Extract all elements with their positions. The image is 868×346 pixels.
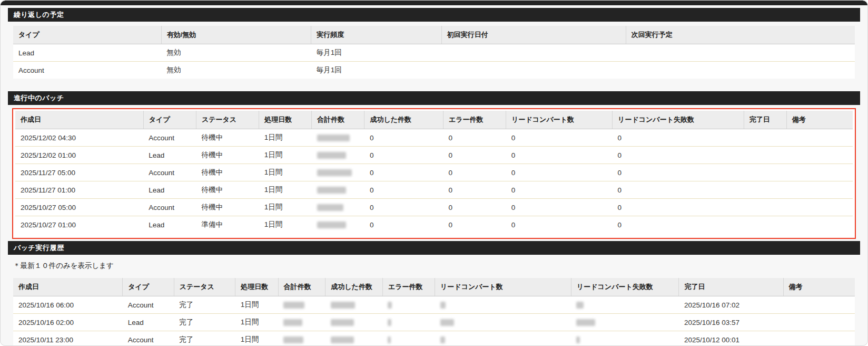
table-cell: 完了 <box>174 331 235 346</box>
table-row: 2025/11/27 01:00Lead待機中1日間0000 <box>15 181 853 199</box>
table-cell: 2025/12/02 04:30 <box>15 129 143 147</box>
table-cell: 1日間 <box>259 199 312 216</box>
redacted-value <box>331 319 354 326</box>
table-cell <box>786 199 853 216</box>
column-header: 備考 <box>783 278 855 296</box>
header-row: 作成日タイプステータス処理日数合計件数成功した件数エラー件数リードコンバート数リ… <box>13 278 855 296</box>
table-cell: 2025/10/16 02:00 <box>13 314 123 331</box>
table-cell <box>312 216 364 234</box>
redacted-value <box>331 302 355 309</box>
section-title-in-progress-batches: 進行中のバッチ <box>8 91 860 105</box>
table-cell: Lead <box>143 216 196 234</box>
table-cell: 2025/10/16 06:00 <box>13 296 123 314</box>
column-header: 備考 <box>786 111 853 129</box>
column-header: タイプ <box>143 111 196 129</box>
table-cell <box>571 314 679 331</box>
table-row: 2025/10/27 05:00Account待機中1日間0000 <box>15 199 853 216</box>
table-cell <box>441 62 626 79</box>
table-row: 2025/10/16 06:00Account完了1日間2025/10/16 0… <box>13 296 855 314</box>
column-header: 成功した件数 <box>364 111 443 129</box>
redacted-value <box>440 302 446 309</box>
table-cell: 0 <box>613 199 744 216</box>
table-cell: 待機中 <box>196 181 259 199</box>
table-cell <box>783 296 855 314</box>
table-cell: 1日間 <box>259 129 312 147</box>
redacted-value <box>331 337 354 343</box>
column-header: タイプ <box>123 278 174 296</box>
table-cell: Account <box>143 164 196 181</box>
table-cell: 待機中 <box>196 129 259 147</box>
redacted-value <box>388 319 391 326</box>
redacted-value <box>576 319 595 326</box>
column-header: 次回実行予定 <box>626 26 855 44</box>
column-header: 処理日数 <box>259 111 312 129</box>
table-cell: Lead <box>123 314 174 331</box>
column-header: 作成日 <box>13 278 123 296</box>
table-cell: 0 <box>506 147 613 164</box>
table-cell <box>626 44 855 62</box>
table-cell: 0 <box>364 199 443 216</box>
table-row: 2025/11/27 05:00Account待機中1日間0000 <box>15 164 853 181</box>
redacted-value <box>388 337 391 343</box>
table-cell: 2025/12/02 01:00 <box>15 147 143 164</box>
column-header: 合計件数 <box>312 111 364 129</box>
redacted-value <box>317 169 352 176</box>
column-header: 完了日 <box>744 111 786 129</box>
section-batch-history: バッチ実行履歴 ＊最新１０件のみを表示します 作成日タイプステータス処理日数合計… <box>8 241 860 346</box>
table-cell <box>783 331 855 346</box>
table-row: 2025/12/02 01:00Lead待機中1日間0000 <box>15 147 853 164</box>
table-cell <box>312 164 364 181</box>
table-cell: Account <box>123 331 174 346</box>
table-cell: 2025/10/11 23:00 <box>13 331 123 346</box>
table-cell: 2025/10/12 00:01 <box>679 331 783 346</box>
table-cell: 0 <box>364 181 443 199</box>
history-limit-note: ＊最新１０件のみを表示します <box>13 261 855 271</box>
table-cell <box>435 314 571 331</box>
section-title-recurring-schedule: 繰り返しの予定 <box>8 8 860 22</box>
page-content: 繰り返しの予定 タイプ有効/無効実行頻度初回実行日付次回実行予定Lead無効毎月… <box>1 5 867 346</box>
table-cell: 2025/11/27 05:00 <box>15 164 143 181</box>
table-cell <box>441 44 626 62</box>
column-header: 成功した件数 <box>326 278 383 296</box>
table-row: 2025/12/02 04:30Account待機中1日間0000 <box>15 129 853 147</box>
table-cell <box>626 62 855 79</box>
table-cell: 無効 <box>161 44 311 62</box>
table-cell <box>278 296 325 314</box>
header-row: 作成日タイプステータス処理日数合計件数成功した件数エラー件数リードコンバート数リ… <box>15 111 853 129</box>
column-header: ステータス <box>174 278 235 296</box>
table-cell: 毎月1回 <box>311 62 442 79</box>
table-cell: 0 <box>506 129 613 147</box>
column-header: リードコンバート数 <box>435 278 571 296</box>
table-cell <box>744 216 786 234</box>
redacted-value <box>576 302 584 309</box>
table-cell <box>786 181 853 199</box>
table-cell <box>786 164 853 181</box>
table-cell: 1日間 <box>259 181 312 199</box>
table-cell <box>312 147 364 164</box>
column-header: 完了日 <box>679 278 783 296</box>
table-cell <box>312 129 364 147</box>
table-cell: 1日間 <box>235 296 278 314</box>
table-cell: Account <box>143 129 196 147</box>
table-cell: 待機中 <box>196 199 259 216</box>
redacted-value <box>317 152 346 159</box>
table-row: Account無効毎月1回 <box>13 62 855 79</box>
table-cell <box>382 314 435 331</box>
table-cell: 準備中 <box>196 216 259 234</box>
table-cell <box>744 199 786 216</box>
recurring-schedule-table-wrap: タイプ有効/無効実行頻度初回実行日付次回実行予定Lead無効毎月1回Accoun… <box>13 26 855 79</box>
table-cell: 0 <box>613 129 744 147</box>
redacted-value <box>283 337 303 343</box>
redacted-value <box>440 319 454 326</box>
table-cell <box>786 129 853 147</box>
table-cell: 0 <box>443 216 506 234</box>
table-cell <box>571 296 679 314</box>
table-cell: Lead <box>13 44 161 62</box>
table-cell: 無効 <box>161 62 311 79</box>
table-cell: 0 <box>506 181 613 199</box>
table-cell <box>326 296 383 314</box>
highlight-box: 作成日タイプステータス処理日数合計件数成功した件数エラー件数リードコンバート数リ… <box>12 108 856 239</box>
table-cell: 2025/11/27 01:00 <box>15 181 143 199</box>
column-header: 初回実行日付 <box>441 26 626 44</box>
table-cell: 2025/10/16 07:02 <box>679 296 783 314</box>
